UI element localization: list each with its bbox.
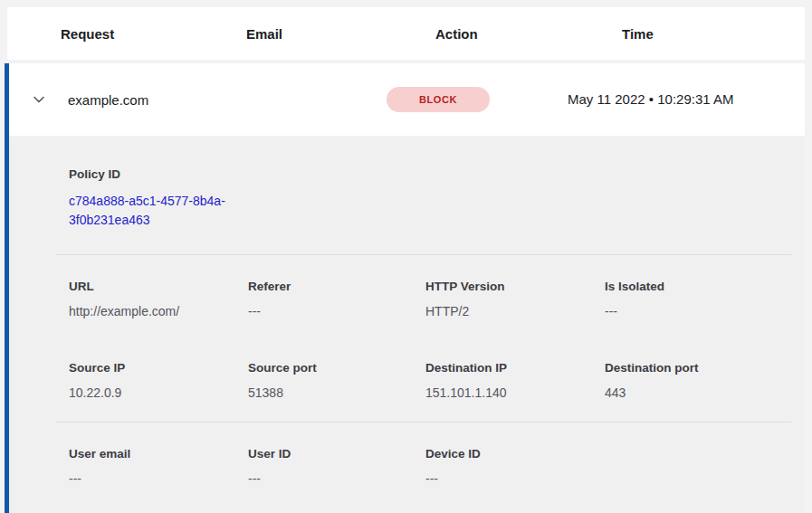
field-source-ip: Source IP 10.22.0.9 [69, 361, 248, 400]
column-header-action: Action [435, 26, 622, 42]
policy-section: Policy ID c784a888-a5c1-4577-8b4a-3f0b23… [9, 137, 805, 230]
policy-id-label: Policy ID [69, 167, 805, 181]
table-header: Request Email Action Time [7, 7, 805, 60]
detail-row-http: URL http://example.com/ Referer --- HTTP… [9, 280, 805, 318]
field-label: User email [69, 447, 248, 461]
field-label: URL [69, 280, 248, 293]
field-user-id: User ID --- [248, 447, 425, 486]
field-value: 443 [605, 385, 805, 400]
request-value: example.com [68, 92, 192, 108]
field-user-email: User email --- [69, 447, 248, 486]
field-referer: Referer --- [248, 280, 425, 318]
field-label: User ID [248, 447, 425, 461]
field-value: --- [248, 471, 425, 486]
table-row[interactable]: example.com BLOCK May 11 2022 • 10:29:31… [9, 63, 805, 136]
field-label: Referer [248, 280, 425, 293]
column-header-time: Time [622, 26, 805, 42]
field-value: 51388 [248, 385, 425, 400]
section-divider [56, 422, 791, 423]
field-value: --- [605, 304, 805, 318]
detail-row-network: Source IP 10.22.0.9 Source port 51388 De… [9, 361, 805, 400]
field-label: Destination port [605, 361, 805, 375]
policy-id-link[interactable]: c784a888-a5c1-4577-8b4a-3f0b231ea463 [69, 192, 248, 230]
status-badge-block: BLOCK [387, 87, 490, 112]
field-device-id: Device ID --- [425, 447, 605, 486]
field-label: Source IP [69, 361, 248, 375]
field-value: HTTP/2 [425, 304, 605, 318]
field-label: Source port [248, 361, 425, 375]
field-label: Device ID [425, 447, 605, 461]
section-divider [56, 254, 791, 255]
field-label: Is Isolated [605, 280, 805, 293]
field-label: Destination IP [425, 361, 605, 375]
time-value: May 11 2022 • 10:29:31 AM [568, 89, 735, 110]
field-value: --- [69, 471, 248, 486]
field-value: http://example.com/ [69, 304, 248, 318]
field-is-isolated: Is Isolated --- [605, 280, 805, 318]
field-value: --- [425, 471, 605, 486]
field-http-version: HTTP Version HTTP/2 [425, 280, 605, 318]
field-source-port: Source port 51388 [248, 361, 425, 400]
field-url: URL http://example.com/ [69, 280, 248, 318]
expand-toggle[interactable] [9, 92, 68, 107]
field-value: --- [248, 304, 425, 318]
field-value: 151.101.1.140 [425, 385, 605, 400]
action-cell: BLOCK [381, 87, 568, 112]
field-label: HTTP Version [425, 280, 605, 293]
field-value: 10.22.0.9 [69, 385, 248, 400]
field-destination-port: Destination port 443 [605, 361, 805, 400]
field-empty [605, 447, 805, 486]
detail-row-user: User email --- User ID --- Device ID --- [9, 447, 805, 486]
expanded-detail-panel: Policy ID c784a888-a5c1-4577-8b4a-3f0b23… [9, 137, 805, 513]
log-entry-card: example.com BLOCK May 11 2022 • 10:29:31… [5, 63, 805, 513]
column-header-email: Email [246, 26, 435, 42]
chevron-down-icon [32, 92, 46, 107]
column-header-request: Request [61, 26, 246, 42]
field-destination-ip: Destination IP 151.101.1.140 [425, 361, 605, 400]
